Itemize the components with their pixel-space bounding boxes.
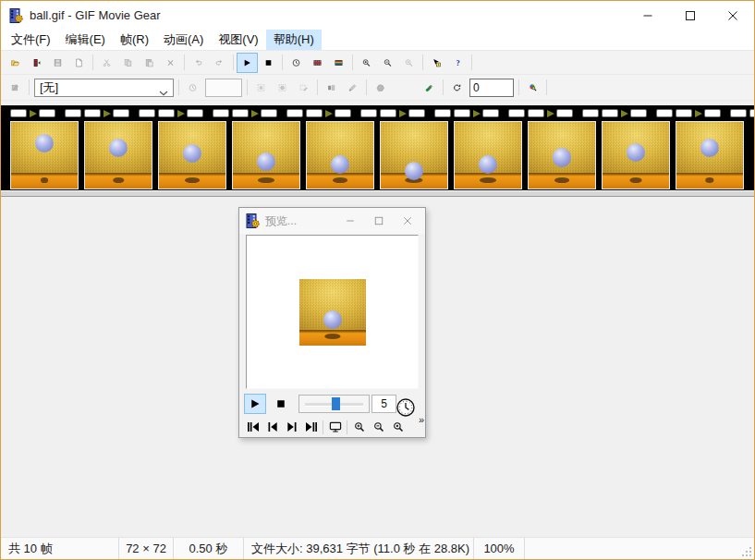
insert-frames-button[interactable] (26, 53, 47, 73)
menu-item-1[interactable]: 文件(F) (4, 30, 58, 50)
preview-minimize-button[interactable] (335, 210, 364, 232)
last-frame-button[interactable] (301, 419, 321, 436)
monitor-button[interactable] (325, 419, 345, 436)
local-palette-button[interactable] (272, 78, 293, 98)
play-button[interactable] (237, 53, 258, 73)
film-frame-6[interactable] (380, 121, 448, 189)
menu-item-6[interactable]: 帮助(H) (266, 30, 322, 50)
film-frame-8[interactable] (528, 121, 596, 189)
preview-window-controls (335, 210, 425, 232)
preview-clock-button[interactable] (286, 53, 307, 73)
loop-count-input[interactable] (469, 79, 514, 97)
preview-clock-popup[interactable]: » (396, 397, 423, 423)
help-button[interactable]: ? (447, 53, 469, 73)
palette-zoom-icon (529, 80, 537, 95)
sprocket-hole (335, 109, 351, 117)
ball-artwork (233, 122, 299, 189)
next-frame-button[interactable] (282, 419, 301, 436)
ball (257, 152, 275, 171)
filmstrip[interactable] (1, 105, 754, 197)
zoom-out-small-icon (372, 421, 385, 432)
ball (323, 310, 341, 329)
preview-maximize-button[interactable] (364, 210, 393, 232)
open-button[interactable] (5, 53, 26, 73)
toolbar-separator (29, 79, 30, 95)
film-frame-3[interactable] (158, 121, 226, 189)
delay-clock-button[interactable] (182, 78, 203, 98)
sprocket-hole (676, 109, 692, 117)
ball (331, 155, 349, 174)
menu-item-4[interactable]: 动画(A) (156, 30, 211, 50)
film-frame-1[interactable] (10, 121, 79, 189)
resize-grip[interactable] (741, 546, 752, 557)
draw-frame-button[interactable] (293, 78, 314, 98)
frame-method-combo[interactable]: [无] (34, 79, 174, 97)
zoom-out-button[interactable] (377, 53, 398, 73)
split-frame-button[interactable] (321, 78, 342, 98)
edit-pen-button[interactable] (342, 78, 363, 98)
redo-button[interactable] (209, 53, 230, 73)
paste-button[interactable] (139, 53, 160, 73)
edit-pen-icon (348, 80, 357, 95)
cut-icon (103, 55, 111, 70)
frame-properties-button[interactable] (5, 78, 26, 98)
new-document-button[interactable] (68, 53, 90, 73)
menu-item-3[interactable]: 帧(R) (113, 30, 156, 50)
palette-zoom-button[interactable] (522, 78, 543, 98)
stop-button[interactable] (258, 53, 279, 73)
cut-button[interactable] (96, 53, 117, 73)
sprocket-hole (656, 109, 673, 117)
film-frame-7[interactable] (454, 121, 522, 189)
sprocket-hole (434, 109, 451, 117)
undo-button[interactable] (188, 53, 209, 73)
menu-item-2[interactable]: 编辑(E) (58, 30, 113, 50)
film-frame-9[interactable] (602, 121, 670, 189)
film-frame-4[interactable] (232, 121, 300, 189)
context-help-button[interactable]: i (426, 53, 447, 73)
play-icon (243, 55, 251, 70)
filmstrip-view-button[interactable] (307, 53, 328, 73)
preview-stop-button[interactable] (270, 394, 292, 414)
preview-close-button[interactable] (393, 210, 421, 232)
polygon-button[interactable] (370, 78, 391, 98)
sprocket-hole (582, 109, 599, 117)
delay-input[interactable] (205, 79, 242, 97)
sprocket-hole (360, 109, 377, 117)
film-frame-5[interactable] (306, 121, 374, 189)
preview-window[interactable]: 预览... 5 » (238, 207, 426, 438)
frame-paint-button[interactable] (419, 78, 440, 98)
sprocket-hole (704, 109, 721, 117)
copy-button[interactable] (117, 53, 139, 73)
close-button[interactable] (712, 1, 754, 30)
preview-titlebar[interactable]: 预览... (239, 208, 425, 234)
zoom-out-small-button[interactable] (369, 419, 388, 436)
first-frame-button[interactable] (243, 419, 262, 436)
animation-view-button[interactable] (328, 53, 349, 73)
save-button[interactable] (47, 53, 68, 73)
film-frame-10[interactable] (676, 121, 744, 189)
film-frame-2[interactable] (84, 121, 152, 189)
zoom-actual-button[interactable] (398, 53, 420, 73)
ball (700, 139, 719, 157)
frame-slider[interactable] (298, 395, 370, 413)
slider-thumb[interactable] (332, 397, 340, 410)
frame-marker-icon (621, 110, 628, 117)
titlebar[interactable]: ball.gif - GIF Movie Gear (1, 1, 754, 30)
zoom-in-button[interactable] (356, 53, 377, 73)
prev-frame-button[interactable] (262, 419, 282, 436)
preview-play-button[interactable] (244, 394, 266, 414)
minimize-button[interactable] (627, 1, 669, 30)
loop-button[interactable] (446, 78, 468, 98)
frame-paint-icon (425, 80, 433, 95)
transparency-icon (257, 80, 265, 95)
ball-artwork (299, 279, 366, 346)
toolbar-separator (184, 55, 185, 70)
sprocket-hole (39, 109, 55, 117)
menu-item-5[interactable]: 视图(V) (211, 30, 265, 50)
paste-icon (145, 55, 153, 70)
app-window: ball.gif - GIF Movie Gear 文件(F)编辑(E)帧(R)… (0, 0, 755, 560)
maximize-button[interactable] (669, 1, 712, 30)
zoom-in-small-button[interactable] (349, 419, 369, 436)
delete-button[interactable] (160, 53, 181, 73)
transparency-button[interactable] (250, 78, 272, 98)
